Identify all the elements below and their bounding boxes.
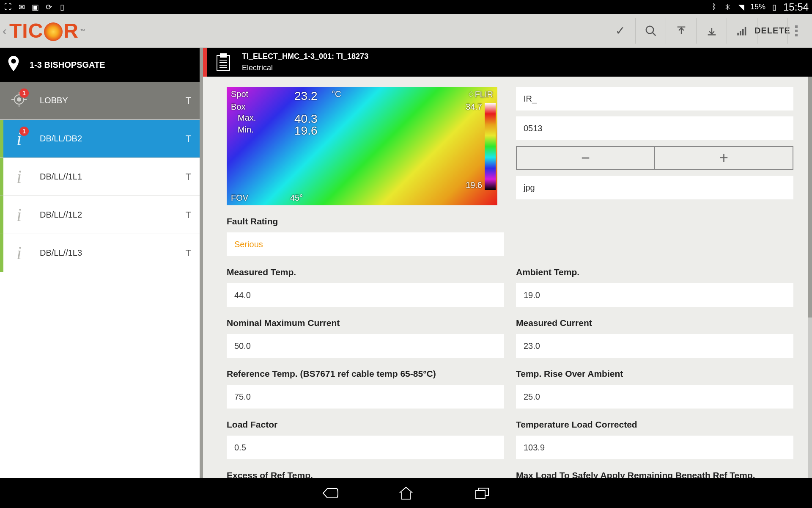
nav-back-button[interactable]	[319, 485, 340, 502]
download-button[interactable]	[696, 18, 727, 44]
info-icon: i	[16, 166, 22, 188]
tree-label: DB/LL//1L1	[40, 172, 82, 182]
stepper-minus-button[interactable]: −	[516, 146, 654, 170]
wifi-icon: ◥	[737, 3, 746, 12]
android-nav-bar	[0, 478, 812, 508]
android-status-bar: ⛶ ✉ ▣ ⟳ ▯ ᛒ ✳ ◥ 15% ▯ 15:54	[0, 0, 812, 14]
file-number-field[interactable]: 0513	[516, 116, 793, 140]
logo-tm: ™	[80, 28, 86, 34]
excess-ref-temp-label: Excess of Ref Temp.	[227, 470, 504, 478]
mail-icon: ✉	[17, 3, 26, 12]
tree-type: T	[186, 133, 191, 144]
tree-type: T	[186, 171, 191, 182]
tree-label: LOBBY	[40, 96, 68, 105]
back-icon[interactable]: ‹	[3, 24, 7, 38]
ambient-temp-field[interactable]: 19.0	[516, 283, 793, 307]
severity-strip	[203, 48, 207, 77]
picture-icon: ▣	[30, 3, 40, 12]
bluetooth-icon: ᛒ	[710, 3, 719, 11]
record-category: Electrical	[242, 64, 368, 72]
logo-post: R	[63, 19, 79, 42]
thermal-spot-label: Spot	[231, 89, 248, 99]
fault-rating-label: Fault Rating	[227, 216, 504, 226]
temp-rise-field[interactable]: 25.0	[516, 385, 793, 409]
info-icon: i	[16, 242, 22, 264]
action-bar: ‹ TIC R ™ ✓ DELETE	[0, 14, 812, 48]
search-button[interactable]	[635, 18, 666, 44]
content-pane: TI_ELECT_HMC_1-3_001: TI_18273 Electrica…	[203, 48, 812, 478]
measured-temp-label: Measured Temp.	[227, 267, 504, 277]
thermal-scale-lo: 19.6	[466, 180, 482, 190]
thermal-spot-value: 23.2	[294, 89, 318, 103]
tree-type: T	[186, 248, 191, 259]
record-code: TI_ELECT_HMC_1-3_001: TI_18273	[242, 52, 368, 61]
thermal-colorbar	[485, 103, 496, 190]
thermal-max-label: Max.	[238, 113, 256, 123]
tree-row-lobby[interactable]: 1 LOBBY T	[0, 82, 200, 120]
svg-line-1	[652, 32, 656, 36]
vibrate-icon: ✳	[723, 3, 732, 12]
temp-load-corrected-label: Temperature Load Corrected	[516, 420, 793, 430]
load-factor-field[interactable]: 0.5	[227, 436, 504, 459]
record-header: TI_ELECT_HMC_1-3_001: TI_18273 Electrica…	[203, 48, 812, 77]
logo-pre: TIC	[9, 19, 43, 42]
temp-load-corrected-field[interactable]: 103.9	[516, 436, 793, 459]
location-pin-icon	[8, 56, 19, 74]
reference-temp-label: Reference Temp. (BS7671 ref cable temp 6…	[227, 369, 504, 379]
measured-current-field[interactable]: 23.0	[516, 334, 793, 358]
tree-row-db2[interactable]: i 1 DB/LL/DB2 T	[0, 120, 200, 158]
tree-label: DB/LL//1L2	[40, 210, 82, 220]
svg-rect-9	[744, 27, 746, 35]
svg-rect-10	[795, 25, 798, 28]
upload-button[interactable]	[666, 18, 696, 44]
measured-current-label: Measured Current	[516, 318, 793, 328]
thermal-min-label: Min.	[238, 125, 254, 135]
tree-label: DB/LL/DB2	[40, 134, 82, 144]
svg-rect-21	[220, 54, 226, 57]
tree-row-1l1[interactable]: i DB/LL//1L1 T	[0, 158, 200, 196]
svg-rect-8	[742, 29, 744, 35]
thermal-scale-hi: 34.7	[466, 102, 482, 112]
svg-rect-7	[740, 31, 741, 36]
temp-rise-label: Temp. Rise Over Ambient	[516, 369, 793, 379]
badge: 1	[19, 88, 29, 98]
nominal-max-current-field[interactable]: 50.0	[227, 334, 504, 358]
file-prefix-field[interactable]: IR_	[516, 87, 793, 110]
thermal-image[interactable]: Spot 23.2 °C Box Max. 40.3 Min. 19.6 ♢FL…	[227, 87, 497, 205]
thermal-fov-label: FOV	[231, 193, 248, 203]
fullscreen-icon: ⛶	[3, 3, 13, 11]
thermal-min-value: 19.6	[294, 124, 318, 138]
sync-icon: ⟳	[44, 3, 53, 12]
nominal-max-current-label: Nominal Maximum Current	[227, 318, 504, 328]
clock: 15:54	[783, 1, 809, 13]
device-icon: ▯	[58, 3, 67, 12]
reference-temp-field[interactable]: 75.0	[227, 385, 504, 409]
tree-row-1l2[interactable]: i DB/LL//1L2 T	[0, 196, 200, 234]
thermal-unit: °C	[332, 89, 341, 99]
logo-o-icon	[44, 22, 63, 41]
badge: 1	[19, 127, 29, 136]
thermal-angle: 45°	[290, 193, 303, 203]
nav-recent-button[interactable]	[472, 485, 493, 502]
confirm-button[interactable]: ✓	[605, 18, 635, 44]
file-ext-field[interactable]: jpg	[516, 176, 793, 199]
nav-home-button[interactable]	[395, 485, 417, 502]
fault-rating-field[interactable]: Serious	[227, 232, 504, 256]
load-factor-label: Load Factor	[227, 420, 504, 430]
tree-type: T	[186, 210, 191, 221]
measured-temp-field[interactable]: 44.0	[227, 283, 504, 307]
site-row[interactable]: 1-3 BISHOPSGATE	[0, 48, 200, 82]
flir-brand-label: ♢FLIR	[467, 89, 493, 99]
tree-row-1l3[interactable]: i DB/LL//1L3 T	[0, 234, 200, 272]
ticor-logo[interactable]: TIC R ™	[9, 19, 86, 42]
content-scrollbar[interactable]	[808, 77, 812, 478]
ambient-temp-label: Ambient Temp.	[516, 267, 793, 277]
signal-button[interactable]	[727, 18, 757, 44]
overflow-menu-icon[interactable]	[787, 18, 804, 44]
svg-rect-6	[737, 33, 739, 35]
svg-rect-11	[795, 30, 798, 32]
svg-rect-26	[476, 491, 485, 498]
svg-point-0	[646, 26, 653, 33]
delete-button[interactable]: DELETE	[757, 18, 787, 44]
stepper-plus-button[interactable]: +	[654, 146, 793, 170]
